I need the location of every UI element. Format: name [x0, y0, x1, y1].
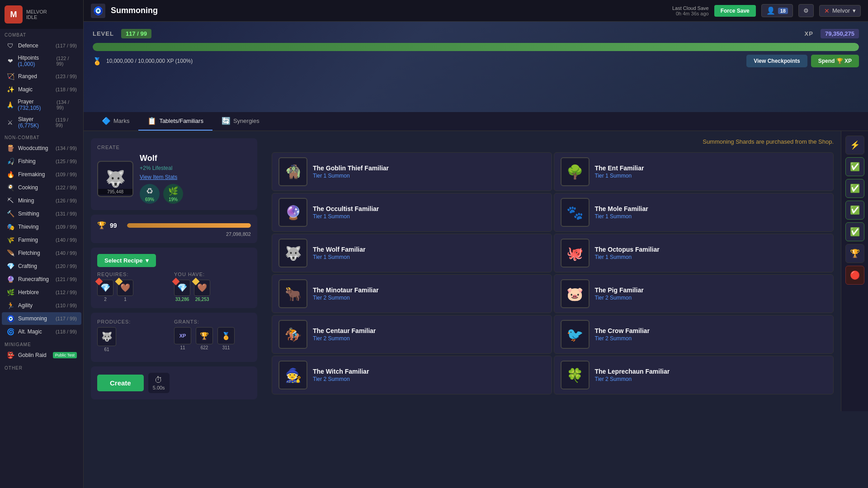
familiar-crow-info: The Crow Familiar Tier 2 Summon	[595, 327, 827, 342]
view-checkpoints-button[interactable]: View Checkpoints	[746, 55, 807, 67]
right-btn-4[interactable]: ✅	[845, 201, 864, 220]
sidebar-item-ranged[interactable]: 🏹 Ranged (123 / 99)	[2, 70, 81, 83]
xp-progress-bar	[93, 43, 859, 51]
sidebar-item-smithing[interactable]: 🔨 Smithing (131 / 99)	[2, 207, 81, 220]
familiar-witch-tier: Tier 2 Summon	[313, 376, 545, 382]
settings-button[interactable]: ⚙	[798, 4, 814, 17]
right-btn-7[interactable]: 🔴	[845, 266, 864, 285]
familiar-mole-info: The Mole Familiar Tier 1 Summon	[595, 205, 827, 220]
grant-xp-icon: XP	[174, 327, 191, 344]
magic-icon: ✨	[6, 85, 14, 94]
familiar-wolf[interactable]: 🐺 The Wolf Familiar Tier 1 Summon	[272, 234, 552, 272]
sidebar-item-alt-magic[interactable]: 🌀 Alt. Magic (118 / 99)	[2, 325, 81, 338]
topbar-right: Last Cloud Save 0h 4m 36s ago Force Save…	[672, 4, 861, 17]
familiar-witch-name: The Witch Familiar	[313, 368, 545, 375]
tab-marks[interactable]: 🔷 Marks	[93, 112, 138, 131]
right-btn-5[interactable]: ✅	[845, 222, 864, 241]
prod-item-qty: 61	[104, 347, 109, 352]
sidebar-item-goblin-raid[interactable]: 👺 Goblin Raid Public Test	[2, 349, 81, 361]
right-panel: ⚡ ✅ ✅ ✅ ✅ 🏆 🔴	[841, 131, 868, 411]
sidebar-item-magic[interactable]: ✨ Magic (118 / 99)	[2, 83, 81, 96]
sidebar-item-farming[interactable]: 🌾 Farming (140 / 99)	[2, 234, 81, 246]
sidebar-item-firemaking[interactable]: 🔥 Firemaking (109 / 99)	[2, 168, 81, 181]
produces-col: Produces: 🐺 61	[97, 319, 174, 352]
mastery-level: 99	[110, 222, 123, 229]
familiars-grid: 🧌 The Goblin Thief Familiar Tier 1 Summo…	[272, 152, 834, 394]
sidebar-item-fishing[interactable]: 🎣 Fishing (125 / 99)	[2, 155, 81, 168]
main-panel: CREATE 🐺 795,448 Wolf +2% Lifesteal View…	[84, 131, 868, 411]
right-btn-2[interactable]: ✅	[845, 157, 864, 176]
sidebar-item-woodcutting[interactable]: 🪵 Woodcutting (134 / 99)	[2, 142, 81, 155]
combat-section-label: COMBAT	[0, 29, 83, 39]
goblin-raid-icon: 👺	[6, 351, 14, 359]
create-button[interactable]: Create	[97, 375, 144, 391]
select-recipe-button[interactable]: Select Recipe ▾	[97, 254, 156, 267]
sidebar-item-agility[interactable]: 🏃 Agility (110 / 99)	[2, 299, 81, 312]
familiar-occultist[interactable]: 🔮 The Occultist Familiar Tier 1 Summon	[272, 193, 552, 232]
sidebar-item-herblore[interactable]: 🌿 Herblore (112 / 99)	[2, 286, 81, 299]
force-save-button[interactable]: Force Save	[714, 5, 756, 17]
sidebar-item-label: Alt. Magic	[18, 328, 42, 335]
sidebar-item-hitpoints[interactable]: ❤ Hitpoints (1,000) (122 / 99)	[2, 52, 81, 70]
sidebar-item-runecrafting[interactable]: 🔮 Runecrafting (121 / 99)	[2, 273, 81, 286]
tab-tablets[interactable]: 📋 Tablets/Familiars	[138, 112, 212, 131]
chevron-down-icon: ▾	[853, 7, 856, 14]
tab-synergies[interactable]: 🔄 Synergies	[212, 112, 269, 131]
right-btn-1[interactable]: ⚡	[845, 136, 864, 155]
notification-badge[interactable]: 👤 18	[761, 4, 793, 17]
user-menu-button[interactable]: ✕ Melvor ▾	[819, 5, 861, 17]
familiar-goblin-thief-info: The Goblin Thief Familiar Tier 1 Summon	[313, 164, 545, 179]
familiar-octopus[interactable]: 🐙 The Octopus Familiar Tier 1 Summon	[554, 234, 834, 272]
sidebar-item-crafting[interactable]: 💎 Crafting (120 / 99)	[2, 260, 81, 272]
familiar-leprechaun[interactable]: 🍀 The Leprechaun Familiar Tier 2 Summon	[554, 356, 834, 394]
sidebar-item-fletching[interactable]: 🪶 Fletching (140 / 99)	[2, 247, 81, 259]
familiar-ent[interactable]: 🌳 The Ent Familiar Tier 1 Summon	[554, 152, 834, 191]
sidebar-item-cooking[interactable]: 🍳 Cooking (122 / 99)	[2, 181, 81, 194]
fletching-icon: 🪶	[6, 249, 14, 257]
tablets-tab-icon: 📋	[147, 117, 156, 125]
familiar-pig-icon: 🐷	[561, 279, 590, 308]
notification-count: 18	[778, 8, 788, 14]
familiar-minotaur[interactable]: 🐂 The Minotaur Familiar Tier 2 Summon	[272, 274, 552, 313]
red-diamond-icon	[95, 278, 103, 286]
familiar-leprechaun-info: The Leprechaun Familiar Tier 2 Summon	[595, 368, 827, 382]
right-btn-3[interactable]: ✅	[845, 179, 864, 198]
sidebar-item-thieving[interactable]: 🎭 Thieving (109 / 99)	[2, 221, 81, 233]
create-item-image: 🐺 795,448	[97, 161, 133, 197]
req-item-1-icon: 💎	[97, 280, 113, 296]
familiar-crow[interactable]: 🐦 The Crow Familiar Tier 2 Summon	[554, 315, 834, 354]
have-item-1-qty: 33,286	[175, 297, 189, 302]
familiar-witch[interactable]: 🧙 The Witch Familiar Tier 2 Summon	[272, 356, 552, 394]
grant-xp: XP 11	[174, 327, 191, 350]
familiar-centaur[interactable]: 🏇 The Centaur Familiar Tier 2 Summon	[272, 315, 552, 354]
familiar-goblin-thief-tier: Tier 1 Summon	[313, 173, 545, 179]
sidebar-item-mining[interactable]: ⛏ Mining (126 / 99)	[2, 194, 81, 207]
familiar-mole[interactable]: 🐾 The Mole Familiar Tier 1 Summon	[554, 193, 834, 232]
familiar-wolf-tier: Tier 1 Summon	[313, 254, 545, 260]
sidebar-item-defence[interactable]: 🛡 Defence (117 / 99)	[2, 39, 81, 52]
sidebar-item-prayer[interactable]: 🙏 Prayer (732,105) (134 / 99)	[2, 96, 81, 113]
right-btn-6[interactable]: 🏆	[845, 244, 864, 263]
spend-xp-button[interactable]: Spend 🏆 XP	[811, 55, 859, 67]
sidebar-item-summoning[interactable]: 🧿 Summoning (117 / 99)	[2, 312, 81, 325]
grant-pool-qty: 311	[222, 345, 230, 350]
familiar-goblin-thief[interactable]: 🧌 The Goblin Thief Familiar Tier 1 Summo…	[272, 152, 552, 191]
progress-text-row: 🏅 10,000,000 / 10,000,000 XP (100%) View…	[93, 55, 859, 67]
familiar-pig-tier: Tier 2 Summon	[595, 295, 827, 301]
leaf-pct: 19%	[169, 197, 178, 202]
familiar-mole-name: The Mole Familiar	[595, 205, 827, 212]
create-item-name: Wolf	[140, 154, 251, 163]
have-item-2-qty: 26,253	[195, 297, 209, 302]
grants-items: XP 11 🏆 622 🏅 311	[174, 327, 251, 350]
grant-mastery: 🏆 622	[196, 327, 213, 350]
agility-icon: 🏃	[6, 301, 14, 310]
familiar-occultist-info: The Occultist Familiar Tier 1 Summon	[313, 205, 545, 220]
familiar-pig[interactable]: 🐷 The Pig Familiar Tier 2 Summon	[554, 274, 834, 313]
create-panel: CREATE 🐺 795,448 Wolf +2% Lifesteal View…	[84, 131, 264, 411]
fishing-icon: 🎣	[6, 157, 14, 165]
action-row: Create ⏱ 5.00s	[97, 373, 251, 393]
view-item-stats-link[interactable]: View Item Stats	[140, 174, 251, 180]
sidebar-item-slayer[interactable]: ⚔ Slayer (6,775K) (119 / 99)	[2, 114, 81, 131]
minigame-section-label: MINIGAME	[0, 338, 83, 348]
skill-header: LEVEL 117 / 99 XP 79,350,275 🏅 10,000,00…	[84, 22, 868, 112]
